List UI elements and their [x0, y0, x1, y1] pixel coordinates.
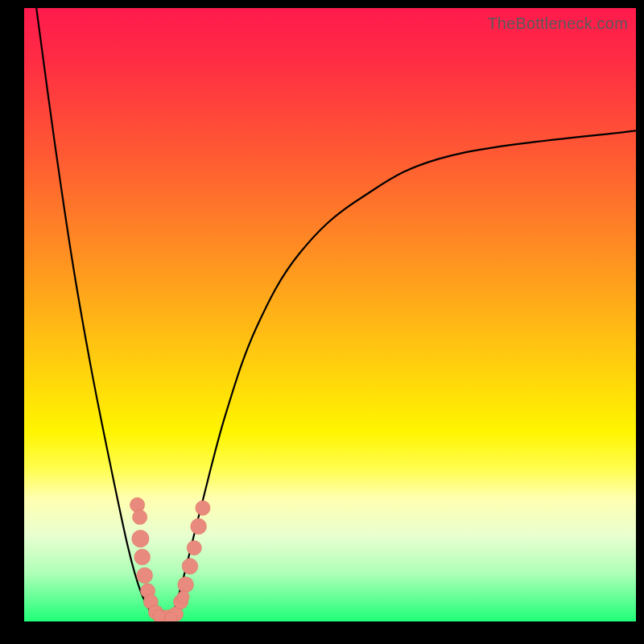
bottleneck-chart: TheBottleneck.com	[24, 8, 636, 621]
chart-dot	[133, 510, 147, 524]
chart-dot	[182, 559, 198, 575]
chart-overlay-svg	[24, 8, 636, 621]
chart-dot	[177, 591, 189, 603]
chart-dot	[132, 530, 149, 547]
chart-dot	[134, 549, 151, 565]
chart-dot	[153, 610, 165, 621]
chart-dot	[137, 568, 153, 584]
chart-dot	[191, 518, 207, 535]
chart-dot	[196, 501, 210, 515]
chart-dot	[178, 576, 194, 592]
chart-dot	[187, 540, 201, 555]
chart-right-curve	[171, 130, 636, 621]
chart-left-curve	[36, 8, 159, 621]
